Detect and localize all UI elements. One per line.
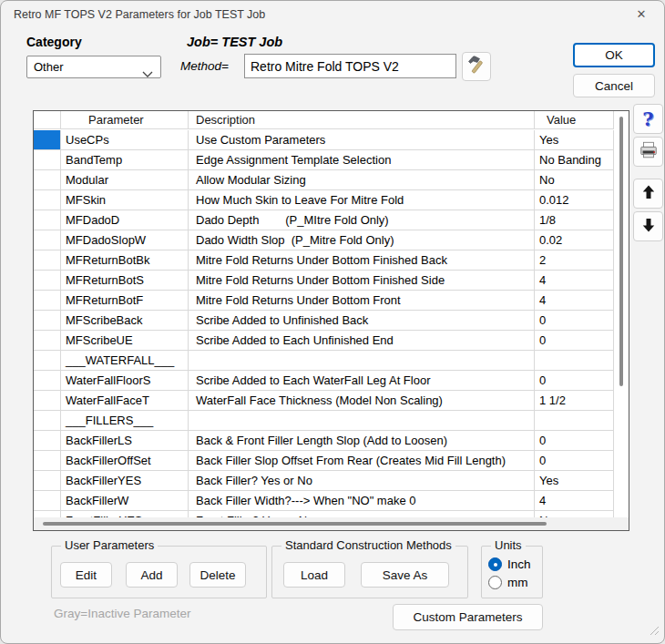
add-button[interactable]: Add [126, 562, 178, 588]
table-row[interactable]: MFDadoSlopWDado Width Slop (P_Mitre Fold… [34, 230, 614, 250]
row-selector-cell[interactable] [34, 170, 61, 190]
parameter-cell[interactable]: BackFillerOffSet [61, 451, 189, 471]
value-cell[interactable]: 4 [535, 271, 614, 291]
row-selector-cell[interactable] [34, 391, 61, 411]
units-mm-option[interactable]: mm [488, 576, 528, 589]
description-cell[interactable] [189, 351, 535, 371]
delete-button[interactable]: Delete [189, 562, 246, 588]
category-select[interactable]: Other [26, 56, 161, 78]
row-selector-cell[interactable] [34, 271, 61, 291]
table-row[interactable]: MFSkinHow Much Skin to Leave For Mitre F… [34, 190, 614, 210]
parameter-cell[interactable]: WaterFallFaceT [61, 391, 189, 411]
description-cell[interactable]: Back Filler? Yes or No [189, 471, 535, 491]
description-cell[interactable]: Back Filler Slop Offset From Rear (Creat… [189, 451, 535, 471]
table-row[interactable]: ___WATERFALL___ [34, 351, 614, 371]
value-cell[interactable]: 0 [535, 331, 614, 351]
parameter-cell[interactable]: BackFillerLS [61, 431, 189, 451]
table-row[interactable]: UseCPsUse Custom ParametersYes [34, 130, 614, 150]
table-row[interactable]: MFReturnBotBkMitre Fold Returns Under Bo… [34, 250, 614, 271]
parameter-cell[interactable]: MFScribeUE [61, 331, 189, 351]
parameter-cell[interactable]: MFSkin [61, 190, 189, 210]
row-selector-cell[interactable] [34, 471, 61, 491]
table-row[interactable]: ModularAllow Modular SizingNo [34, 170, 614, 190]
table-row[interactable]: BandTempEdge Assignment Template Selecti… [34, 150, 614, 170]
header-parameter[interactable]: Parameter [61, 111, 189, 128]
value-cell[interactable]: Yes [535, 471, 614, 491]
description-cell[interactable]: Dado Depth (P_MItre Fold Only) [189, 210, 535, 230]
row-selector-cell[interactable] [34, 451, 61, 471]
resize-grip[interactable] [649, 623, 660, 639]
method-input[interactable] [244, 54, 456, 78]
value-cell[interactable]: 0 [535, 451, 614, 471]
description-cell[interactable]: Edge Assignment Template Selection [189, 150, 535, 170]
parameter-cell[interactable]: Modular [61, 170, 189, 190]
value-cell[interactable] [535, 411, 614, 431]
table-row[interactable]: BackFillerLSBack & Front Filler Length S… [34, 431, 614, 451]
value-cell[interactable]: 2 [535, 250, 614, 271]
value-cell[interactable]: No Banding [535, 150, 614, 170]
row-selector-cell[interactable] [34, 431, 61, 451]
move-down-button[interactable] [633, 211, 663, 241]
row-selector-cell[interactable] [34, 311, 61, 331]
value-cell[interactable]: 0 [535, 431, 614, 451]
row-selector-cell[interactable] [34, 291, 61, 311]
description-cell[interactable]: How Much Skin to Leave For Mitre Fold [189, 190, 535, 210]
value-cell[interactable]: 4 [535, 491, 614, 511]
table-row[interactable]: MFReturnBotFMitre Fold Returns Under Bot… [34, 291, 614, 311]
horizontal-scrollbar[interactable] [34, 517, 629, 530]
value-cell[interactable]: 0 [535, 311, 614, 331]
vertical-scrollbar[interactable] [614, 111, 629, 517]
description-cell[interactable]: Use Custom Parameters [189, 130, 535, 150]
save-as-button[interactable]: Save As [361, 562, 449, 588]
table-row[interactable]: WaterFallFaceTWaterFall Face Thickness (… [34, 391, 614, 411]
description-cell[interactable]: Mitre Fold Returns Under Bottom Finished… [189, 250, 535, 271]
row-selector-cell[interactable] [34, 351, 61, 371]
edit-button[interactable]: Edit [60, 562, 112, 588]
vertical-scrollbar-thumb[interactable] [619, 117, 623, 386]
units-inch-option[interactable]: Inch [488, 557, 531, 571]
value-cell[interactable]: 1 1/2 [535, 391, 614, 411]
parameter-cell[interactable]: ___WATERFALL___ [61, 351, 189, 371]
value-cell[interactable]: No [535, 170, 614, 190]
parameter-cell[interactable]: ___FILLERS___ [61, 411, 189, 431]
value-cell[interactable]: 0 [535, 371, 614, 391]
value-cell[interactable]: 0.012 [535, 190, 614, 210]
description-cell[interactable]: Back Filler Width?---> When "NO" make 0 [189, 491, 535, 511]
row-selector-cell[interactable] [34, 250, 61, 271]
row-selector-cell[interactable] [34, 210, 61, 230]
table-row[interactable]: WaterFallFloorSScribe Added to Each Wate… [34, 371, 614, 391]
description-cell[interactable]: Mitre Fold Returns Under Bottom Finished… [189, 271, 535, 291]
header-value[interactable]: Value [535, 111, 614, 128]
row-selector-cell[interactable] [34, 491, 61, 511]
value-cell[interactable] [535, 351, 614, 371]
description-cell[interactable]: Back & Front Filler Length Slop (Add to … [189, 431, 535, 451]
table-row[interactable]: BackFillerWBack Filler Width?---> When "… [34, 491, 614, 511]
horizontal-scrollbar-thumb[interactable] [43, 522, 547, 526]
table-row[interactable]: BackFillerYESBack Filler? Yes or NoYes [34, 471, 614, 491]
value-cell[interactable]: 0.02 [535, 230, 614, 250]
row-selector-cell[interactable] [34, 411, 61, 431]
description-cell[interactable]: Dado Width Slop (P_Mitre Fold Only) [189, 230, 535, 250]
help-button[interactable]: ? [633, 104, 663, 134]
parameter-cell[interactable]: MFScribeBack [61, 311, 189, 331]
description-cell[interactable]: Scribe Added to Unfinished Back [189, 311, 535, 331]
move-up-button[interactable] [633, 179, 663, 209]
row-selector-cell[interactable] [34, 371, 61, 391]
parameter-cell[interactable]: MFDadoD [61, 210, 189, 230]
parameter-cell[interactable]: MFReturnBotF [61, 291, 189, 311]
description-cell[interactable]: Mitre Fold Returns Under Bottom Front [189, 291, 535, 311]
print-button[interactable] [633, 137, 663, 167]
value-cell[interactable]: Yes [535, 130, 614, 150]
table-row[interactable]: MFScribeBackScribe Added to Unfinished B… [34, 311, 614, 331]
custom-parameters-button[interactable]: Custom Parameters [393, 604, 543, 630]
cancel-button[interactable]: Cancel [573, 74, 655, 97]
parameter-cell[interactable]: MFReturnBotBk [61, 250, 189, 271]
description-cell[interactable]: WaterFall Face Thickness (Model Non Scal… [189, 391, 535, 411]
description-cell[interactable] [189, 411, 535, 431]
radio-button-mm[interactable] [488, 576, 502, 589]
load-button[interactable]: Load [283, 562, 345, 588]
description-cell[interactable]: Scribe Added to Each WaterFall Leg At Fl… [189, 371, 535, 391]
ok-button[interactable]: OK [573, 43, 655, 67]
parameter-cell[interactable]: BackFillerYES [61, 471, 189, 491]
table-row[interactable]: MFDadoDDado Depth (P_MItre Fold Only)1/8 [34, 210, 614, 230]
